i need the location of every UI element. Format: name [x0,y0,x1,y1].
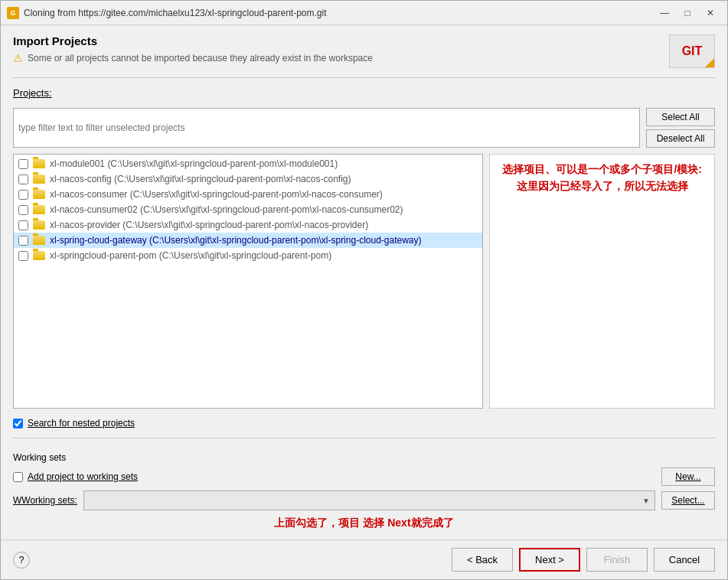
working-sets-title: Working sets [13,452,715,463]
add-project-checkbox[interactable] [13,472,23,482]
warning-row: ⚠ Some or all projects cannot be importe… [13,52,373,64]
annotation-line2: 这里因为已经导入了，所以无法选择 [502,178,702,194]
main-window: G Cloning from https://gitee.com/michael… [0,0,728,580]
search-nested-row: Search for nested projects [13,418,715,428]
minimize-button[interactable]: — [654,5,675,21]
project-checkbox[interactable] [18,205,28,215]
close-button[interactable]: ✕ [700,5,721,21]
header-left: Import Projects ⚠ Some or all projects c… [13,34,373,64]
project-checkbox[interactable] [18,220,28,230]
annotation-overlay: 选择项目、可以是一个或多个子项目/模块: 这里因为已经导入了，所以无法选择 [489,154,715,409]
import-title: Import Projects [13,34,373,47]
help-button[interactable]: ? [13,552,30,569]
folder-icon [33,159,45,168]
git-logo: GIT [669,34,715,68]
cancel-button[interactable]: Cancel [654,548,715,572]
project-label: xl-nacos-config (C:\Users\xl\git\xl-spri… [50,174,351,184]
project-item[interactable]: xl-nacos-cunsumer02 (C:\Users\xl\git\xl-… [14,202,482,217]
filter-row: Select All Deselect All [13,108,715,148]
warning-icon: ⚠ [13,52,23,64]
window-title: Cloning from https://gitee.com/michaelxu… [24,8,327,18]
project-item[interactable]: xl-nacos-config (C:\Users\xl\git\xl-spri… [14,171,482,187]
bottom-buttons: < Back Next > Finish Cancel [452,548,715,572]
project-item[interactable]: xl-spring-cloud-gateway (C:\Users\xl\git… [14,233,482,248]
search-nested-label: Search for nested projects [28,418,135,428]
folder-icon [33,205,45,214]
project-item[interactable]: xl-nacos-provider (C:\Users\xl\git\xl-sp… [14,217,482,233]
new-button-label: ew... [682,471,701,482]
project-label: xl-nacos-provider (C:\Users\xl\git\xl-sp… [50,220,368,230]
folder-icon [33,190,45,199]
project-checkbox[interactable] [18,236,28,246]
annotation-line1: 选择项目、可以是一个或多个子项目/模块: [502,161,702,178]
add-project-label: Add project to working sets [28,471,138,482]
working-sets-section: Working sets Add project to working sets… [13,452,715,530]
divider-2 [13,438,715,438]
projects-list-container: xl-module001 (C:\Users\xl\git\xl-springc… [13,154,715,409]
select-all-button[interactable]: Select All [646,108,715,126]
bottom-left: ? [13,552,30,569]
header-section: Import Projects ⚠ Some or all projects c… [13,34,715,68]
add-project-row: Add project to working sets New... [13,468,715,486]
search-nested-checkbox[interactable] [13,419,23,428]
project-checkbox[interactable] [18,190,28,200]
folder-icon [33,174,45,184]
projects-list[interactable]: xl-module001 (C:\Users\xl\git\xl-springc… [13,154,483,409]
back-button[interactable]: < Back [452,548,513,572]
filter-input[interactable] [13,108,640,148]
title-bar-left: G Cloning from https://gitee.com/michael… [7,7,327,19]
select-button[interactable]: Next > Select... [661,491,715,510]
project-checkbox[interactable] [18,251,28,261]
divider-1 [13,77,715,78]
folder-icon [33,236,45,245]
project-item[interactable]: xl-module001 (C:\Users\xl\git\xl-springc… [14,156,482,171]
project-checkbox[interactable] [18,159,28,169]
folder-icon [33,220,45,230]
project-label: xl-spring-cloud-gateway (C:\Users\xl\git… [50,235,422,246]
folder-icon [33,251,45,260]
git-icon: G [7,7,19,19]
annotation2: 上面勾选了，项目 选择 Next就完成了 [13,516,715,530]
add-project-left: Add project to working sets [13,471,138,482]
projects-label: Projects: [13,87,715,99]
bottom-bar: ? < Back Next > Finish Cancel [1,539,727,579]
main-content: Import Projects ⚠ Some or all projects c… [1,25,727,539]
finish-button[interactable]: Finish [586,548,648,572]
title-bar-controls: — □ ✕ [654,5,721,21]
warning-text: Some or all projects cannot be imported … [28,53,373,64]
title-bar: G Cloning from https://gitee.com/michael… [1,1,727,25]
project-label: xl-module001 (C:\Users\xl\git\xl-springc… [50,158,338,169]
working-sets-row: WWorking sets: ▼ Next > Select... [13,490,715,510]
project-checkbox[interactable] [18,174,28,184]
project-label: xl-nacos-cunsumer02 (C:\Users\xl\git\xl-… [50,204,403,215]
project-label: xl-springcloud-parent-pom (C:\Users\xl\g… [50,250,331,261]
working-sets-label: WWorking sets: [13,495,77,506]
project-label: xl-nacos-consumer (C:\Users\xl\git\xl-sp… [50,189,383,200]
deselect-all-button[interactable]: Deselect All [646,129,715,148]
project-item[interactable]: xl-springcloud-parent-pom (C:\Users\xl\g… [14,248,482,263]
next-button[interactable]: Next > [519,548,580,572]
combo-arrow-icon: ▼ [642,497,650,505]
project-item[interactable]: xl-nacos-consumer (C:\Users\xl\git\xl-sp… [14,187,482,202]
restore-button[interactable]: □ [677,5,698,21]
working-sets-combo[interactable]: ▼ [83,490,655,510]
new-button[interactable]: New... [661,468,715,486]
projects-label-text: Projects: [13,87,52,99]
